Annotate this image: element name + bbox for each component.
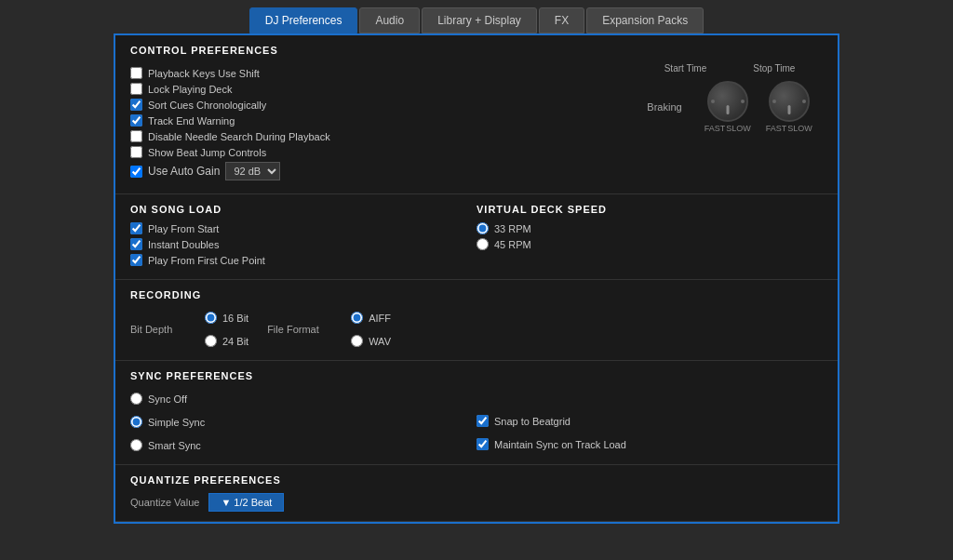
wav-label: WAV	[369, 336, 391, 347]
auto-gain-select[interactable]: 92 dB 89 dB 95 dB	[225, 162, 280, 180]
knob-dot-left	[711, 100, 715, 103]
16bit-radio[interactable]	[205, 312, 217, 324]
aiff-radio[interactable]	[351, 312, 363, 324]
tab-expansion-packs[interactable]: Expansion Packs	[586, 7, 704, 33]
recording-section: RECORDING Bit Depth 16 Bit 24 Bit File F…	[115, 280, 838, 361]
play-from-cue-checkbox[interactable]	[130, 254, 142, 266]
instant-doubles-label: Instant Doubles	[148, 239, 219, 250]
snap-beatgrid-row[interactable]: Snap to Beatgrid	[476, 415, 823, 427]
quantize-triangle-icon: ▼	[221, 497, 234, 508]
checkbox-disable-needle[interactable]: Disable Needle Search During Playback	[130, 130, 618, 142]
braking-controls: Start Time Stop Time Braking FAST SLOW	[618, 63, 823, 133]
33rpm-row[interactable]: 33 RPM	[476, 222, 823, 234]
sync-off-row[interactable]: Sync Off	[130, 393, 476, 405]
on-song-load-title: ON SONG LOAD	[130, 204, 476, 215]
24bit-label: 24 Bit	[222, 336, 248, 347]
knob-dot-right-2	[802, 100, 806, 103]
song-load-two-col: ON SONG LOAD Play From Start Instant Dou…	[130, 204, 823, 270]
24bit-row[interactable]: 24 Bit	[205, 335, 248, 347]
smart-sync-radio[interactable]	[130, 439, 142, 451]
playback-keys-checkbox[interactable]	[130, 67, 142, 79]
tab-audio[interactable]: Audio	[359, 7, 420, 33]
tab-dj-preferences[interactable]: DJ Preferences	[249, 7, 358, 33]
lock-playing-label: Lock Playing Deck	[148, 84, 233, 95]
checkbox-track-end[interactable]: Track End Warning	[130, 114, 618, 127]
play-from-cue-row[interactable]: Play From First Cue Point	[130, 254, 476, 266]
control-checkboxes: Playback Keys Use Shift Lock Playing Dec…	[130, 63, 618, 184]
knob-dot-right	[741, 100, 745, 103]
play-from-start-row[interactable]: Play From Start	[130, 222, 476, 234]
sync-off-label: Sync Off	[148, 393, 187, 405]
recording-title: RECORDING	[130, 289, 823, 300]
track-end-checkbox[interactable]	[130, 114, 142, 127]
lock-playing-checkbox[interactable]	[130, 83, 142, 95]
quantize-section: QUANTIZE PREFERENCES Quantize Value ▼ 1/…	[115, 465, 838, 522]
maintain-sync-row[interactable]: Maintain Sync on Track Load	[476, 438, 823, 450]
knob-dot-left-2	[772, 100, 776, 103]
sort-cues-checkbox[interactable]	[130, 99, 142, 111]
disable-needle-label: Disable Needle Search During Playback	[148, 131, 330, 142]
sync-off-radio[interactable]	[130, 393, 142, 405]
play-from-start-checkbox[interactable]	[130, 222, 142, 234]
45rpm-radio[interactable]	[476, 238, 489, 250]
use-auto-gain-checkbox[interactable]	[130, 166, 142, 178]
braking-label: Braking	[647, 101, 681, 113]
wav-radio[interactable]	[351, 335, 363, 347]
smart-sync-label: Smart Sync	[148, 440, 201, 451]
play-from-cue-label: Play From First Cue Point	[148, 255, 265, 266]
tab-fx[interactable]: FX	[539, 7, 584, 33]
wav-row[interactable]: WAV	[351, 335, 391, 347]
file-format-group: AIFF WAV	[351, 308, 391, 351]
checkbox-sort-cues[interactable]: Sort Cues Chronologically	[130, 99, 618, 111]
checkbox-show-beat[interactable]: Show Beat Jump Controls	[130, 146, 618, 158]
file-format-label: File Format	[267, 324, 332, 335]
instant-doubles-checkbox[interactable]	[130, 238, 142, 250]
virtual-deck-speed-title: VIRTUAL DECK SPEED	[476, 204, 823, 215]
start-time-knob-container: FAST SLOW	[705, 81, 751, 133]
use-auto-gain-label: Use Auto Gain	[148, 165, 220, 178]
smart-sync-row[interactable]: Smart Sync	[130, 439, 476, 451]
song-load-section: ON SONG LOAD Play From Start Instant Dou…	[115, 194, 838, 280]
control-preferences-title: CONTROL PREFERENCES	[130, 45, 823, 56]
aiff-row[interactable]: AIFF	[351, 312, 391, 324]
preferences-panel: CONTROL PREFERENCES Playback Keys Use Sh…	[114, 33, 839, 524]
bit-depth-label: Bit Depth	[130, 324, 186, 335]
slow-label-1: SLOW	[726, 124, 751, 133]
play-from-start-label: Play From Start	[148, 223, 219, 234]
on-song-load-col: ON SONG LOAD Play From Start Instant Dou…	[130, 204, 476, 270]
start-time-knob[interactable]	[707, 81, 748, 122]
stop-time-ticks: FAST SLOW	[766, 124, 812, 133]
24bit-radio[interactable]	[205, 335, 217, 347]
simple-sync-row[interactable]: Simple Sync	[130, 416, 476, 428]
16bit-row[interactable]: 16 Bit	[205, 312, 248, 324]
snap-beatgrid-label: Snap to Beatgrid	[494, 416, 570, 427]
snap-beatgrid-checkbox[interactable]	[476, 415, 489, 427]
show-beat-checkbox[interactable]	[130, 146, 142, 158]
time-labels: Start Time Stop Time	[664, 63, 796, 73]
playback-keys-label: Playback Keys Use Shift	[148, 68, 260, 79]
show-beat-label: Show Beat Jump Controls	[148, 147, 266, 158]
disable-needle-checkbox[interactable]	[130, 130, 142, 142]
instant-doubles-row[interactable]: Instant Doubles	[130, 238, 476, 250]
sync-checkboxes-col: Snap to Beatgrid Maintain Sync on Track …	[476, 389, 823, 455]
bit-depth-group: 16 Bit 24 Bit	[205, 308, 248, 351]
fast-label-2: FAST	[766, 124, 787, 133]
control-pref-top: Playback Keys Use Shift Lock Playing Dec…	[130, 63, 823, 184]
track-end-label: Track End Warning	[148, 115, 235, 127]
45rpm-label: 45 RPM	[494, 239, 531, 250]
quantize-value-label: Quantize Value	[130, 497, 199, 508]
recording-row: Bit Depth 16 Bit 24 Bit File Format AIFF	[130, 308, 823, 351]
maintain-sync-checkbox[interactable]	[476, 438, 489, 450]
quantize-value-button[interactable]: ▼ 1/2 Beat	[208, 493, 284, 512]
stop-time-knob-container: FAST SLOW	[766, 81, 812, 133]
45rpm-row[interactable]: 45 RPM	[476, 238, 823, 250]
16bit-label: 16 Bit	[222, 313, 248, 324]
33rpm-radio[interactable]	[476, 222, 489, 234]
checkbox-playback-keys[interactable]: Playback Keys Use Shift	[130, 67, 618, 79]
simple-sync-radio[interactable]	[130, 416, 142, 428]
sync-options-col: Sync Off Simple Sync Smart Sync	[130, 389, 476, 455]
stop-time-knob[interactable]	[769, 81, 810, 122]
tab-library-display[interactable]: Library + Display	[422, 7, 537, 33]
fast-label-1: FAST	[705, 124, 726, 133]
checkbox-lock-playing[interactable]: Lock Playing Deck	[130, 83, 618, 95]
